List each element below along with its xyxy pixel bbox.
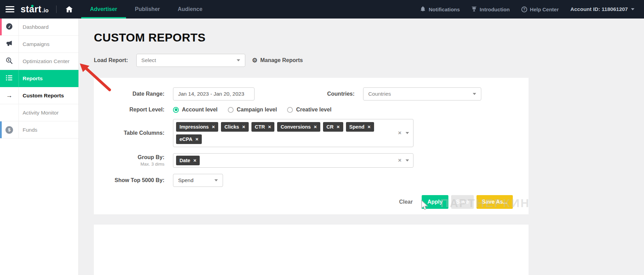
date-countries-row: Date Range: Countries: Countries [94, 87, 529, 100]
divider [56, 5, 57, 13]
radio-account-level[interactable]: Account level [173, 107, 218, 113]
group-by-multiselect[interactable]: Date [173, 153, 413, 168]
tag-date: Date [176, 156, 200, 165]
report-level-label: Report Level: [94, 107, 164, 113]
sidebar-item-funds[interactable]: Funds [0, 121, 78, 139]
remove-tag-icon[interactable] [193, 157, 196, 164]
sidebar-item-reports[interactable]: Reports [0, 70, 78, 87]
show-top-select[interactable]: Spend [173, 174, 223, 187]
sidebar-label-optimization-center: Optimization Center [19, 58, 70, 64]
sidebar-label-custom-reports: Custom Reports [19, 93, 64, 99]
load-report-select[interactable]: Select [136, 54, 245, 67]
chevron-down-icon[interactable] [406, 159, 409, 162]
report-builder-card: Date Range: Countries: Countries Report … [94, 78, 529, 214]
tab-audience[interactable]: Audience [169, 0, 211, 19]
chevron-down-icon [214, 179, 218, 181]
clear-all-icon[interactable] [398, 157, 401, 164]
remove-tag-icon[interactable] [314, 124, 317, 130]
megaphone-icon [5, 40, 13, 48]
radio-creative-level[interactable]: Creative level [287, 107, 331, 113]
account-menu[interactable]: Account ID: 118061207 [570, 6, 634, 12]
person-icon [471, 6, 477, 13]
arrow-right-icon: → [6, 92, 13, 99]
bell-icon [420, 6, 426, 13]
sidebar-item-custom-reports[interactable]: → Custom Reports [0, 87, 78, 104]
topbar: start .io Advertiser Publisher Audience … [0, 0, 644, 19]
tag-ctr: CTR [251, 122, 275, 132]
remove-tag-icon[interactable] [337, 124, 340, 130]
table-columns-row: Table Columns: Impressions Clicks CTR Co… [94, 119, 529, 147]
chevron-down-icon [473, 93, 476, 95]
main-content: CUSTOM REPORTS Load Report: Select ⚙ Man… [79, 19, 644, 275]
remove-tag-icon[interactable] [196, 136, 199, 142]
logo[interactable]: start .io [21, 4, 49, 15]
report-level-row: Report Level: Account level Campaign lev… [94, 107, 529, 113]
chevron-down-icon[interactable] [406, 132, 409, 134]
sidebar-item-activity-monitor[interactable]: Activity Monitor [0, 104, 78, 121]
save-button[interactable]: Save [451, 195, 474, 209]
hamburger-menu-icon[interactable] [5, 6, 14, 12]
tag-spend: Spend [346, 122, 374, 132]
countries-placeholder: Countries [368, 91, 391, 97]
sidebar-label-campaigns: Campaigns [19, 41, 49, 47]
sidebar-label-dashboard: Dashboard [19, 24, 49, 30]
dashboard-accent-stripe [0, 19, 2, 35]
save-as-button[interactable]: Save As... [476, 195, 513, 209]
remove-tag-icon[interactable] [268, 124, 271, 130]
table-columns-label: Table Columns: [94, 130, 164, 136]
actions-row: Clear Apply Save Save As... ПАРТНЕРКИН [94, 195, 529, 209]
remove-tag-icon[interactable] [242, 124, 245, 130]
sidebar: Dashboard Campaigns $ Optimization Cente… [0, 19, 79, 275]
radio-selected-icon [173, 107, 179, 113]
load-report-selected-value: Select [141, 57, 156, 63]
topbar-right: Notifications Introduction Help Center A… [420, 6, 634, 13]
results-card [94, 225, 529, 275]
countries-select[interactable]: Countries [363, 87, 481, 100]
date-range-label: Date Range: [94, 91, 164, 97]
logo-green-dot-icon [31, 5, 34, 7]
sidebar-label-reports: Reports [19, 75, 43, 82]
help-center-button[interactable]: Help Center [521, 7, 559, 12]
account-id-label: Account ID: 118061207 [570, 6, 628, 12]
main-nav-tabs: Advertiser Publisher Audience [81, 0, 211, 19]
help-center-label: Help Center [530, 7, 559, 12]
show-top-label: Show Top 5000 By: [94, 177, 164, 183]
table-columns-multiselect[interactable]: Impressions Clicks CTR Conversions CR [173, 119, 413, 147]
help-icon [521, 7, 527, 12]
logo-suffix: .io [42, 8, 49, 14]
sidebar-item-campaigns[interactable]: Campaigns [0, 36, 78, 53]
show-top-selected-value: Spend [178, 177, 194, 183]
tab-publisher[interactable]: Publisher [126, 0, 169, 19]
chevron-down-icon [237, 59, 240, 61]
manage-reports-button[interactable]: ⚙ Manage Reports [252, 57, 303, 64]
group-by-row: Group By: Max. 3 dims Date [94, 153, 529, 168]
gear-icon: ⚙ [252, 57, 258, 64]
clear-all-icon[interactable] [398, 130, 401, 136]
manage-reports-label: Manage Reports [260, 57, 303, 63]
sidebar-item-dashboard[interactable]: Dashboard [0, 19, 78, 36]
home-icon[interactable] [63, 6, 75, 13]
clear-button[interactable]: Clear [399, 199, 413, 205]
tab-advertiser[interactable]: Advertiser [81, 0, 126, 19]
tag-conversions: Conversions [277, 122, 320, 132]
report-level-options: Account level Campaign level Creative le… [173, 107, 332, 113]
radio-unselected-icon [228, 107, 234, 113]
introduction-label: Introduction [480, 7, 509, 12]
sidebar-label-funds: Funds [19, 127, 37, 133]
tag-cr: CR [323, 122, 343, 132]
apply-button[interactable]: Apply [422, 195, 448, 209]
svg-text:$: $ [8, 58, 10, 62]
date-range-input[interactable] [173, 87, 255, 100]
tag-clicks: Clicks [221, 122, 249, 132]
dashboard-gauge-icon [5, 23, 13, 32]
tag-impressions: Impressions [176, 122, 218, 132]
radio-campaign-level[interactable]: Campaign level [228, 107, 277, 113]
funds-accent-stripe [0, 121, 2, 138]
introduction-button[interactable]: Introduction [471, 6, 509, 13]
notifications-button[interactable]: Notifications [420, 6, 460, 13]
remove-tag-icon[interactable] [368, 124, 371, 130]
remove-tag-icon[interactable] [212, 124, 215, 130]
tag-ecpa: eCPA [176, 134, 202, 144]
dollar-circle-icon [5, 126, 13, 134]
sidebar-item-optimization-center[interactable]: $ Optimization Center [0, 53, 78, 70]
